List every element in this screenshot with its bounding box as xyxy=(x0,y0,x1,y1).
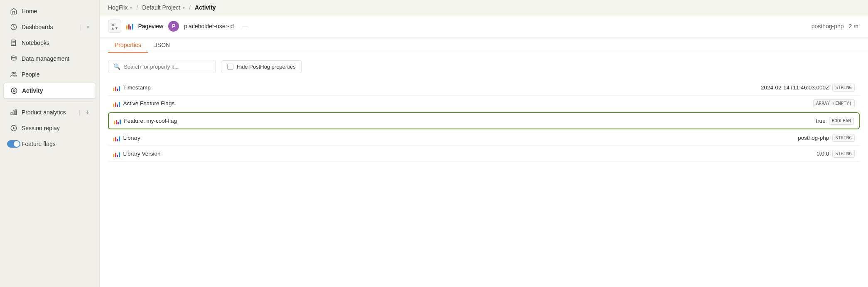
svg-point-8 xyxy=(11,88,17,94)
prop-name-library-version: Library Version xyxy=(113,151,817,157)
sidebar: Home Dashboards | ▾ Notebooks Data manag… xyxy=(0,0,100,287)
event-row: ✕▲▼ Pageview P placeholder-user-id — pos… xyxy=(100,15,868,37)
tab-json[interactable]: JSON xyxy=(148,37,177,53)
sidebar-item-data-management[interactable]: Data management xyxy=(3,51,96,66)
prop-name-timestamp: Timestamp xyxy=(113,84,761,91)
property-row-library: Library posthog-php STRING xyxy=(108,130,860,146)
event-name: Pageview xyxy=(138,23,164,30)
prop-value-area: 2024-02-14T11:46:03.000Z STRING xyxy=(761,84,855,92)
posthog-icon-small xyxy=(113,151,120,157)
main-content: HogFlix ▾ / Default Project ▾ / Activity… xyxy=(100,0,868,287)
prop-label: Active Feature Flags xyxy=(123,100,175,106)
breadcrumb-project[interactable]: Default Project xyxy=(142,4,180,11)
breadcrumb-separator: / xyxy=(136,4,138,11)
sidebar-item-label: Feature flags xyxy=(22,141,89,147)
prop-name-cool-flag: Feature: my-cool-flag xyxy=(114,118,816,124)
dash-separator: — xyxy=(242,23,248,30)
breadcrumb-current: Activity xyxy=(195,4,216,11)
breadcrumb-hogflix[interactable]: HogFlix xyxy=(108,4,128,11)
sidebar-item-label: Product analytics xyxy=(22,109,74,116)
prop-value: 2024-02-14T11:46:03.000Z xyxy=(761,84,829,91)
posthog-icon-small xyxy=(113,100,120,107)
sidebar-item-notebooks[interactable]: Notebooks xyxy=(3,35,96,50)
notebooks-icon xyxy=(10,39,17,47)
close-event-button[interactable]: ✕▲▼ xyxy=(108,20,121,33)
sidebar-item-home[interactable]: Home xyxy=(3,4,96,19)
properties-list: Timestamp 2024-02-14T11:46:03.000Z STRIN… xyxy=(108,80,860,162)
svg-point-7 xyxy=(15,72,16,74)
toggle-icon xyxy=(10,140,17,148)
property-row-cool-flag: Feature: my-cool-flag true BOOLEAN xyxy=(108,112,860,129)
svg-point-5 xyxy=(11,56,16,58)
avatar: P xyxy=(168,21,179,32)
hide-button-label: Hide PostHog properties xyxy=(237,64,296,70)
sidebar-item-label: Notebooks xyxy=(22,40,89,46)
search-input[interactable] xyxy=(124,64,211,70)
tabs-bar: Properties JSON xyxy=(100,37,868,53)
activity-icon xyxy=(10,87,18,94)
replay-icon xyxy=(10,124,17,132)
sidebar-item-label: Dashboards xyxy=(22,24,74,30)
type-badge: ARRAY (EMPTY) xyxy=(813,99,855,107)
sidebar-item-dashboards[interactable]: Dashboards | ▾ xyxy=(3,20,96,35)
svg-rect-12 xyxy=(15,110,17,115)
type-badge: STRING xyxy=(832,134,855,142)
sidebar-divider xyxy=(7,101,93,102)
posthog-rainbow-icon xyxy=(126,23,133,30)
prop-value-area: ARRAY (EMPTY) xyxy=(810,99,855,107)
sidebar-item-label: Session replay xyxy=(22,125,89,131)
home-icon xyxy=(10,7,17,15)
prop-name-active-flags: Active Feature Flags xyxy=(113,100,810,107)
sidebar-item-people[interactable]: People xyxy=(3,67,96,82)
library-name: posthog-php xyxy=(812,23,844,30)
type-badge: BOOLEAN xyxy=(829,117,854,125)
dashboards-icon xyxy=(10,23,17,31)
prop-name-library: Library xyxy=(113,135,798,141)
time-ago: 2 mi xyxy=(849,23,860,30)
sidebar-item-session-replay[interactable]: Session replay xyxy=(3,121,96,136)
hide-posthog-props-button[interactable]: Hide PostHog properties xyxy=(221,60,302,73)
sidebar-item-label: Activity xyxy=(22,87,89,94)
prop-value: true xyxy=(816,118,825,124)
prop-value: posthog-php xyxy=(798,135,829,141)
prop-value: 0.0.0 xyxy=(817,151,829,157)
sidebar-item-activity[interactable]: Activity xyxy=(3,83,96,99)
pipe-divider: | xyxy=(79,24,81,30)
sidebar-item-product-analytics[interactable]: Product analytics | + xyxy=(3,105,96,120)
search-icon: 🔍 xyxy=(113,63,120,70)
svg-point-6 xyxy=(12,72,14,74)
posthog-icon-small xyxy=(114,118,121,124)
sidebar-item-feature-flags[interactable]: Feature flags xyxy=(3,136,96,151)
content-area: 🔍 Hide PostHog properties Ti xyxy=(100,53,868,287)
svg-point-9 xyxy=(13,90,15,92)
prop-label: Library xyxy=(123,135,140,141)
checkbox-hide xyxy=(227,64,233,70)
plus-icon[interactable]: + xyxy=(86,109,89,116)
property-row-feature-flags: Active Feature Flags ARRAY (EMPTY) xyxy=(108,96,860,111)
user-id: placeholder-user-id xyxy=(184,23,234,30)
close-icon: ✕▲▼ xyxy=(111,22,118,30)
prop-value-area: posthog-php STRING xyxy=(798,134,855,142)
sidebar-item-label: Data management xyxy=(22,55,89,62)
sidebar-item-label: Home xyxy=(22,8,89,15)
search-box[interactable]: 🔍 xyxy=(108,60,216,73)
breadcrumb-separator: / xyxy=(189,4,191,11)
posthog-icon-small xyxy=(113,84,120,91)
people-icon xyxy=(10,71,17,78)
chevron-down-icon: ▾ xyxy=(87,25,89,30)
type-badge: STRING xyxy=(832,150,855,158)
prop-value-area: true BOOLEAN xyxy=(816,117,854,125)
bar-chart-icon xyxy=(10,109,17,116)
chevron-right-icon: ▾ xyxy=(130,5,132,10)
property-row-timestamp: Timestamp 2024-02-14T11:46:03.000Z STRIN… xyxy=(108,80,860,96)
sidebar-item-label: People xyxy=(22,71,89,78)
posthog-icon-small xyxy=(113,135,120,141)
chevron-right-icon: ▾ xyxy=(183,5,185,10)
svg-rect-10 xyxy=(11,112,12,115)
data-icon xyxy=(10,55,17,62)
prop-label: Timestamp xyxy=(123,84,151,91)
svg-marker-14 xyxy=(13,127,15,129)
prop-label: Feature: my-cool-flag xyxy=(124,118,177,124)
breadcrumb: HogFlix ▾ / Default Project ▾ / Activity xyxy=(100,0,868,15)
tab-properties[interactable]: Properties xyxy=(108,37,148,53)
